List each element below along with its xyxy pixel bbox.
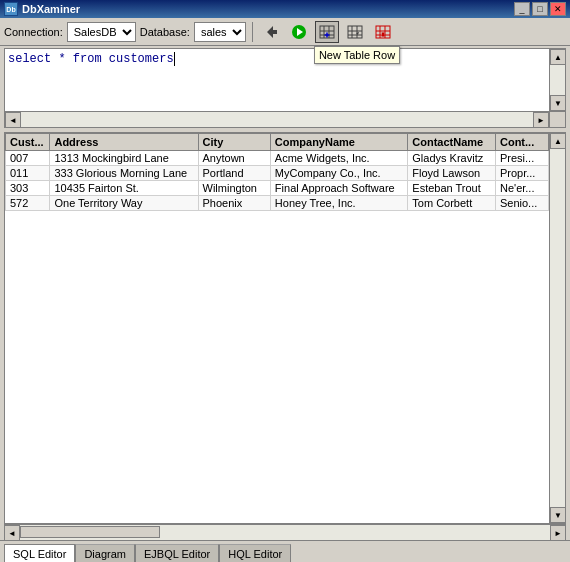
tab-ejbql-editor[interactable]: EJBQL Editor	[135, 544, 219, 562]
cell-r0-c3: Acme Widgets, Inc.	[270, 151, 407, 166]
cell-r3-c3: Honey Tree, Inc.	[270, 196, 407, 211]
cell-r0-c5: Presi...	[495, 151, 548, 166]
col-customer[interactable]: Cust...	[6, 134, 50, 151]
h-scroll-thumb[interactable]	[20, 526, 160, 538]
col-city[interactable]: City	[198, 134, 270, 151]
new-table-row-button[interactable]: New Table Row	[315, 21, 339, 43]
table-row[interactable]: 572One Territory WayPhoenixHoney Tree, I…	[6, 196, 549, 211]
cell-r3-c2: Phoenix	[198, 196, 270, 211]
cell-r1-c2: Portland	[198, 166, 270, 181]
table-header-row: Cust... Address City CompanyName Contact…	[6, 134, 549, 151]
data-scroll-up[interactable]: ▲	[550, 133, 566, 149]
delete-button[interactable]	[371, 21, 395, 43]
cell-r2-c2: Wilmington	[198, 181, 270, 196]
connection-label: Connection:	[4, 26, 63, 38]
data-table-container: Cust... Address City CompanyName Contact…	[5, 133, 549, 523]
sql-hscrollbar[interactable]: ◄ ►	[5, 111, 549, 127]
cell-r3-c4: Tom Corbett	[408, 196, 496, 211]
scroll-left-btn[interactable]: ◄	[5, 112, 21, 128]
col-company[interactable]: CompanyName	[270, 134, 407, 151]
data-scroll-down[interactable]: ▼	[550, 507, 566, 523]
data-table: Cust... Address City CompanyName Contact…	[5, 133, 549, 211]
cell-r2-c4: Esteban Trout	[408, 181, 496, 196]
run-icon	[291, 24, 307, 40]
h-scroll-left[interactable]: ◄	[4, 525, 20, 541]
edit-icon	[347, 24, 363, 40]
cell-r1-c4: Floyd Lawson	[408, 166, 496, 181]
separator-1	[252, 22, 253, 42]
col-address[interactable]: Address	[50, 134, 198, 151]
sql-vscrollbar[interactable]: ▲ ▼	[549, 49, 565, 111]
h-scroll-track	[20, 525, 550, 540]
svg-rect-15	[376, 26, 390, 38]
cell-r1-c1: 333 Glorious Morning Lane	[50, 166, 198, 181]
delete-icon	[375, 24, 391, 40]
scroll-corner	[549, 111, 565, 127]
app-icon: Db	[4, 2, 18, 16]
table-row[interactable]: 0071313 Mockingbird LaneAnytownAcme Widg…	[6, 151, 549, 166]
cell-r2-c3: Final Approach Software	[270, 181, 407, 196]
window-controls[interactable]: _ □ ✕	[514, 2, 566, 16]
tab-hql-editor[interactable]: HQL Editor	[219, 544, 291, 562]
col-contact[interactable]: ContactName	[408, 134, 496, 151]
data-section: Cust... Address City CompanyName Contact…	[4, 132, 566, 524]
h-scroll-right[interactable]: ►	[550, 525, 566, 541]
sql-editor[interactable]: select * from customers ▲ ▼ ◄ ►	[4, 48, 566, 128]
tab-bar: SQL Editor Diagram EJBQL Editor HQL Edit…	[0, 540, 570, 562]
cell-r2-c5: Ne'er...	[495, 181, 548, 196]
app-title: DbXaminer	[22, 3, 80, 15]
scroll-track-v	[550, 65, 565, 95]
maximize-button[interactable]: □	[532, 2, 548, 16]
title-bar: Db DbXaminer _ □ ✕	[0, 0, 570, 18]
close-button[interactable]: ✕	[550, 2, 566, 16]
cell-r2-c1: 10435 Fairton St.	[50, 181, 198, 196]
sql-text: select * from customers	[8, 52, 174, 66]
data-hscrollbar[interactable]: ◄ ►	[4, 524, 566, 540]
back-button[interactable]	[259, 21, 283, 43]
tab-sql-editor[interactable]: SQL Editor	[4, 544, 75, 562]
col-cont2[interactable]: Cont...	[495, 134, 548, 151]
cell-r1-c3: MyCompany Co., Inc.	[270, 166, 407, 181]
database-label: Database:	[140, 26, 190, 38]
cell-r0-c1: 1313 Mockingbird Lane	[50, 151, 198, 166]
cell-r0-c0: 007	[6, 151, 50, 166]
scroll-down-btn[interactable]: ▼	[550, 95, 566, 111]
cell-r3-c1: One Territory Way	[50, 196, 198, 211]
scroll-track-h	[21, 112, 533, 127]
cell-r1-c0: 011	[6, 166, 50, 181]
edit-button[interactable]	[343, 21, 367, 43]
cell-r1-c5: Propr...	[495, 166, 548, 181]
cell-r0-c2: Anytown	[198, 151, 270, 166]
database-select[interactable]: sales	[194, 22, 246, 42]
scroll-up-btn[interactable]: ▲	[550, 49, 566, 65]
data-vscrollbar[interactable]: ▲ ▼	[549, 133, 565, 523]
table-row[interactable]: 30310435 Fairton St.WilmingtonFinal Appr…	[6, 181, 549, 196]
tab-diagram[interactable]: Diagram	[75, 544, 135, 562]
tooltip: New Table Row	[314, 46, 400, 64]
run-button[interactable]	[287, 21, 311, 43]
scroll-right-btn[interactable]: ►	[533, 112, 549, 128]
svg-marker-0	[267, 26, 277, 38]
new-table-row-icon	[319, 24, 335, 40]
connection-select[interactable]: SalesDB	[67, 22, 136, 42]
minimize-button[interactable]: _	[514, 2, 530, 16]
svg-rect-10	[348, 26, 362, 38]
toolbar: Connection: SalesDB Database: sales	[0, 18, 570, 46]
cell-r3-c0: 572	[6, 196, 50, 211]
cell-r2-c0: 303	[6, 181, 50, 196]
data-vscroll-track	[550, 149, 565, 507]
back-icon	[263, 24, 279, 40]
cell-r0-c4: Gladys Kravitz	[408, 151, 496, 166]
cell-r3-c5: Senio...	[495, 196, 548, 211]
table-row[interactable]: 011333 Glorious Morning LanePortlandMyCo…	[6, 166, 549, 181]
